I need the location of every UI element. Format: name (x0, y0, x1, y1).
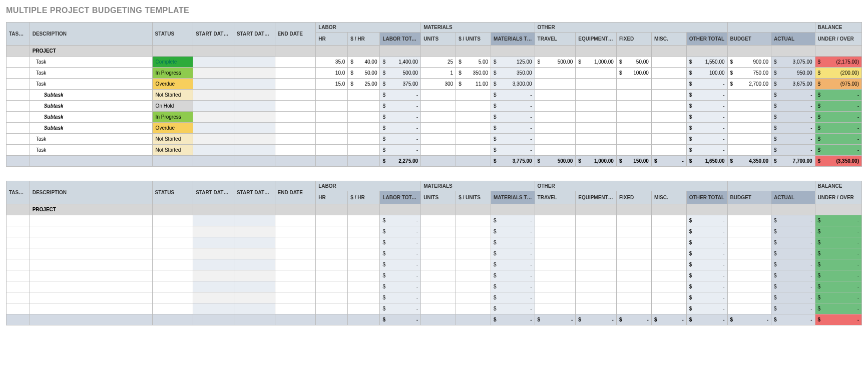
table-row: $- $- $- $- $- (7, 237, 862, 248)
table-row: Task Overdue 15.0 $25.00 $375.00 300 $11… (7, 79, 862, 90)
table-row: Subtask On Hold $- $- $- $- $- (7, 101, 862, 112)
table-row: $- $- $- $- $- (7, 259, 862, 270)
table-row: $- $- $- $- $- (7, 248, 862, 259)
totals-row: $- $- $-$- $-$- $- $-$- $- (7, 314, 862, 325)
status-badge: Not Started (152, 145, 193, 156)
table-row: Task Not Started $- $- $- $- $- (7, 134, 862, 145)
status-badge: In Progress (152, 68, 193, 79)
status-badge: Overdue (152, 79, 193, 90)
status-badge: Overdue (152, 123, 193, 134)
table-row: $- $- $- $- $- (7, 292, 862, 303)
status-badge: On Hold (152, 101, 193, 112)
totals-row: $2,275.00 $3,775.00 $500.00$1,000.00 $15… (7, 156, 862, 167)
table-row: Subtask In Progress $- $- $- $- $- (7, 112, 862, 123)
table-row: Task Complete 35.0 $40.00 $1,400.00 25 $… (7, 57, 862, 68)
table-row: $- $- $- $- $- (7, 281, 862, 292)
table-row: $- $- $- $- $- (7, 270, 862, 281)
table-row: Subtask Not Started $- $- $- $- $- (7, 90, 862, 101)
budget-table: TASK IDDESCRIPTIONSTATUS START DATE PLAN… (6, 181, 862, 325)
table-row: Task Not Started $- $- $- $- $- (7, 145, 862, 156)
project-row: PROJECT (7, 204, 862, 215)
table-row: $- $- $- $- $- (7, 215, 862, 226)
status-badge: Not Started (152, 90, 193, 101)
status-badge: Complete (152, 57, 193, 68)
project-row: PROJECT (7, 46, 862, 57)
table-row: Task In Progress 10.0 $50.00 $500.00 1 $… (7, 68, 862, 79)
budget-table: TASK IDDESCRIPTIONSTATUS START DATE PLAN… (6, 22, 862, 167)
page-title: MULTIPLE PROJECT BUDGETING TEMPLATE (6, 6, 862, 15)
table-row: $- $- $- $- $- (7, 226, 862, 237)
table-row: $- $- $- $- $- (7, 303, 862, 314)
status-badge: In Progress (152, 112, 193, 123)
table-row: Subtask Overdue $- $- $- $- $- (7, 123, 862, 134)
status-badge: Not Started (152, 134, 193, 145)
